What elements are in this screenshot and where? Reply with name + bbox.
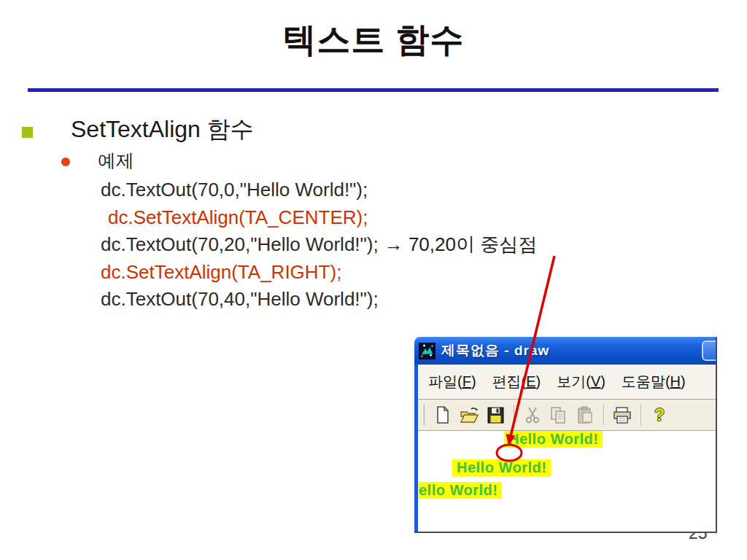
canvas-text-right-aligned: ello World! [418,482,502,499]
menu-item-view[interactable]: 보기(V) [557,372,605,392]
save-button[interactable] [485,405,506,425]
paste-button[interactable] [575,405,595,425]
app-window: 제목없음 - draw 파일(F) 편집(E) 보기(V) 도움말(H) [414,337,717,533]
toolbar-separator [514,405,514,425]
toolbar: ? [418,400,716,431]
code-line-2: dc.SetTextAlign(TA_CENTER); [101,204,537,232]
help-button[interactable]: ? [649,405,670,425]
open-file-button[interactable] [459,405,479,425]
menu-item-help[interactable]: 도움말(H) [622,372,686,392]
code-line-4: dc.SetTextAlign(TA_RIGHT); [101,259,537,287]
drawing-canvas[interactable]: Hello World! Hello World! ello World! [418,431,716,533]
menubar: 파일(F) 편집(E) 보기(V) 도움말(H) [418,365,716,400]
window-title: 제목없음 - draw [441,341,549,360]
print-icon [612,405,632,424]
canvas-text-left-aligned: Hello World! [504,431,603,448]
code-block: dc.TextOut(70,0,"Hello World!"); dc.SetT… [101,176,537,314]
new-file-icon [433,405,452,424]
code-line-1: dc.TextOut(70,0,"Hello World!"); [101,176,537,204]
cut-scissors-icon [524,405,541,424]
help-icon: ? [654,405,665,425]
toolbar-separator [640,405,641,425]
code-line-3-code: dc.TextOut(70,20,"Hello World!"); [101,233,379,255]
section-heading: SetTextAlign 함수 [71,114,254,146]
open-folder-icon [460,405,479,424]
canvas-text-center-aligned: Hello World! [452,459,551,476]
menu-item-file[interactable]: 파일(F) [428,372,476,392]
save-floppy-icon [486,405,505,424]
example-label: 예제 [98,149,134,173]
paste-clipboard-icon [576,405,595,424]
code-line-5: dc.TextOut(70,40,"Hello World!"); [101,286,537,314]
slide: 텍스트 함수 SetTextAlign 함수 예제 dc.TextOut(70,… [0,0,747,560]
code-line-3: dc.TextOut(70,20,"Hello World!");→ 70,20… [101,231,537,259]
code-line-3-note: → 70,20이 중심점 [379,233,538,255]
cut-button[interactable] [522,405,543,425]
square-bullet-icon [22,127,33,138]
toolbar-separator [603,405,604,425]
app-icon [419,343,436,359]
window-body: 파일(F) 편집(E) 보기(V) 도움말(H) [414,365,716,533]
new-file-button[interactable] [433,405,453,425]
dot-bullet-icon [61,158,70,166]
copy-icon [549,405,568,424]
copy-button[interactable] [549,405,569,425]
window-titlebar[interactable]: 제목없음 - draw [414,337,716,365]
title-divider [28,88,719,92]
print-button[interactable] [612,405,632,425]
window-control-button[interactable] [702,341,717,361]
menu-item-edit[interactable]: 편집(E) [492,372,541,392]
toolbar-grip[interactable] [422,405,425,425]
page-title: 텍스트 함수 [0,18,747,63]
